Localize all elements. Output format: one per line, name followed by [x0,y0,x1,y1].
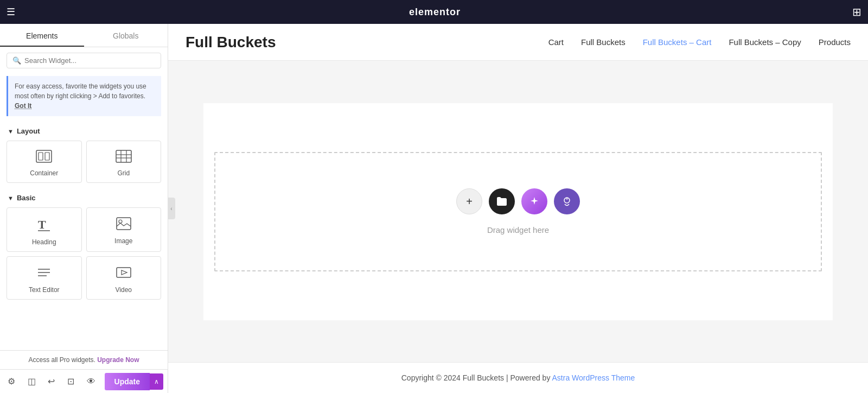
nav-links: Cart Full Buckets Full Buckets – Cart Fu… [548,37,851,47]
svg-text:T: T [38,218,46,231]
nav-cart[interactable]: Cart [548,37,564,47]
tab-globals[interactable]: Globals [84,24,168,47]
nav-full-buckets-copy[interactable]: Full Buckets – Copy [729,37,801,47]
section-basic-label: Basic [17,194,36,202]
upgrade-link[interactable]: Upgrade Now [97,356,139,364]
sidebar-pro-notice: Access all Pro widgets. Upgrade Now [0,350,168,369]
image-icon [116,217,132,233]
svg-rect-10 [117,218,131,230]
pro-notice-text: Access all Pro widgets. [28,356,95,364]
widget-grid[interactable]: Grid [86,141,162,183]
widget-video-label: Video [116,286,132,294]
main-layout: Elements Globals 🔍 For easy access, favo… [0,24,868,393]
widget-text-editor[interactable]: Text Editor [7,256,82,300]
hint-box: For easy access, favorite the widgets yo… [7,76,161,116]
basic-widget-grid: T Heading Image [0,205,168,305]
layout-widget-grid: Container Grid [0,138,168,188]
footer-link[interactable]: Astra WordPress Theme [552,373,635,382]
footer-copyright: Copyright © 2024 Full Buckets | Powered … [401,373,551,382]
tab-elements[interactable]: Elements [0,24,84,47]
svg-point-11 [119,220,122,223]
toolbar-bottom: ⚙ ◫ ↩ ⊡ 👁 Update ∧ [0,369,168,393]
widget-heading-label: Heading [32,238,56,246]
svg-rect-3 [116,150,131,162]
canvas-area: Full Buckets Cart Full Buckets Full Buck… [168,24,868,393]
page-title: Full Buckets [186,34,276,51]
widget-container-label: Container [30,169,58,177]
update-chevron-button[interactable]: ∧ [150,373,163,390]
hamburger-icon[interactable]: ☰ [7,6,15,18]
preview-icon[interactable]: 👁 [84,375,99,389]
layers-icon[interactable]: ◫ [24,374,39,389]
section-layout-label: Layout [17,127,40,135]
section-layout-arrow: ▼ [8,128,14,135]
add-section-button[interactable]: + [456,188,482,214]
section-basic-header[interactable]: ▼ Basic [0,188,168,205]
grid-icon [116,150,132,165]
nav-products[interactable]: Products [819,37,851,47]
sidebar: Elements Globals 🔍 For easy access, favo… [0,24,168,393]
canvas-body: + [168,61,868,362]
section-layout-header[interactable]: ▼ Layout [0,122,168,138]
svg-rect-15 [117,268,131,277]
text-editor-icon [36,265,52,282]
ai-button[interactable] [554,188,580,214]
widget-heading[interactable]: T Heading [7,207,82,252]
container-icon [36,150,52,165]
folder-button[interactable] [489,188,515,214]
grid-icon[interactable]: ⊞ [852,5,861,18]
page-header: Full Buckets Cart Full Buckets Full Buck… [168,24,868,61]
logo: elementor [17,7,852,18]
canvas-page: + [203,103,833,320]
page-footer: Copyright © 2024 Full Buckets | Powered … [168,362,868,393]
logo-text: elementor [409,7,461,17]
search-box: 🔍 [7,53,161,68]
got-it-button[interactable]: Got It [15,102,31,110]
update-btn-wrap: Update ∧ [105,373,163,390]
drop-zone[interactable]: + [214,152,822,271]
hint-text: For easy access, favorite the widgets yo… [15,83,146,100]
svg-rect-1 [39,153,43,160]
video-icon [116,265,132,282]
history-icon[interactable]: ↩ [44,374,58,389]
sidebar-tabs: Elements Globals [0,24,168,47]
action-buttons: + [456,188,580,214]
magic-button[interactable] [521,188,547,214]
svg-point-18 [566,198,568,200]
collapse-handle[interactable]: ‹ [168,198,175,219]
top-bar: ☰ elementor ⊞ [0,0,868,24]
heading-icon: T [36,217,52,234]
responsive-icon[interactable]: ⊡ [64,374,78,389]
svg-rect-2 [45,153,49,160]
widget-video[interactable]: Video [86,256,162,300]
svg-marker-16 [122,270,127,275]
settings-icon[interactable]: ⚙ [4,374,18,389]
nav-full-buckets[interactable]: Full Buckets [581,37,626,47]
drag-hint: Drag widget here [487,225,549,234]
search-icon: 🔍 [12,56,21,65]
widget-image[interactable]: Image [86,207,162,252]
search-input[interactable] [24,56,155,65]
widget-image-label: Image [114,237,132,245]
section-basic-arrow: ▼ [8,195,14,201]
update-button[interactable]: Update [105,373,150,390]
widget-text-editor-label: Text Editor [29,286,60,294]
nav-full-buckets-cart[interactable]: Full Buckets – Cart [643,37,712,47]
widget-grid-label: Grid [117,169,130,177]
widget-container[interactable]: Container [7,141,82,183]
